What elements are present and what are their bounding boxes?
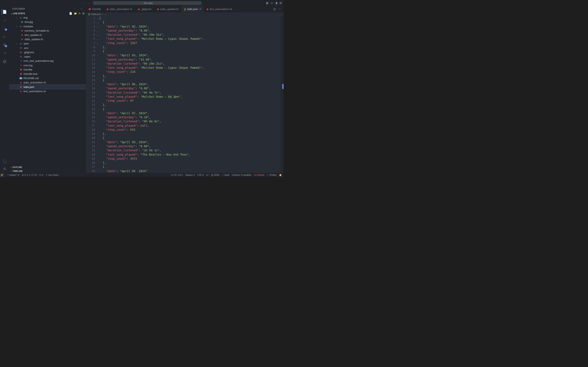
file-stats-json[interactable]: {}stats.json <box>9 85 86 89</box>
breadcrumb-rest: ... <box>104 13 106 16</box>
folder-img[interactable]: ⌄🗀img <box>9 16 86 20</box>
minimap[interactable] <box>281 16 284 173</box>
nav-back-icon[interactable]: ← <box>82 1 85 4</box>
colorize-status[interactable]: ⊘ Colorize <box>254 174 264 176</box>
search-activity-icon[interactable]: ⌕ <box>2 17 8 23</box>
new-folder-icon[interactable]: 📁 <box>74 12 77 15</box>
file-text-jpg[interactable]: ▦text.jpg <box>9 20 86 24</box>
nav-forward-icon[interactable]: → <box>87 1 90 4</box>
search-text: life-stats <box>144 2 153 4</box>
warn-icon: ⚠ <box>26 174 29 176</box>
search-icon: ⌕ <box>142 2 143 4</box>
file-tree: ⌄🗀img ▦text.jpg ⌄🗀modules ◆currency_form… <box>9 16 86 165</box>
tab-text-automations[interactable]: ◆text_automations.rb <box>204 6 235 12</box>
prettier-status[interactable]: ✓ Prettier <box>267 174 277 176</box>
scm-badge: 1 <box>5 29 7 31</box>
problems-item[interactable]: ⊘0 ⚠1 ⓘ70 <box>22 174 36 176</box>
folder-modules[interactable]: ⌄🗀modules <box>9 24 86 29</box>
title-bar: ← → ⌕ life-stats ◧ ▭ ◨ ⊞ <box>0 0 284 6</box>
settings-gear-icon[interactable]: ⚙ <box>2 166 8 172</box>
minimap-viewport[interactable] <box>282 84 284 89</box>
hints-item[interactable]: ⬡0 <box>39 174 43 176</box>
layout-left-icon[interactable]: ◧ <box>266 1 269 4</box>
split-editor-icon[interactable]: ◫ <box>273 8 276 11</box>
tab-stats-json[interactable]: {}stats.json✕ <box>182 6 204 12</box>
file-stats-automation[interactable]: ◆stats_automation.rb <box>9 81 86 85</box>
tab-more-icon[interactable]: ⋯ <box>278 8 281 11</box>
file-rspec[interactable]: ◎.rspec <box>9 54 86 59</box>
timeline-section[interactable]: ›TIMELINE <box>9 169 86 173</box>
live-share[interactable]: ↗Live Share <box>45 174 58 176</box>
share-icon[interactable]: ↗ <box>2 50 8 56</box>
extensions-icon[interactable]: ⊞1 <box>2 42 8 48</box>
file-env[interactable]: ⚙.env <box>9 46 86 50</box>
file-text-automations[interactable]: ◆text_automations.rb <box>9 89 86 93</box>
error-icon: ⊘ <box>22 174 24 176</box>
outline-section[interactable]: ›OUTLINE <box>9 165 86 169</box>
tab-gitignore[interactable]: ◆.gitignore <box>135 6 154 12</box>
chevron-down-icon: ⌄ <box>10 12 13 15</box>
power-icon[interactable]: ⏻ <box>2 58 8 64</box>
indent[interactable]: Spaces: 2 <box>185 174 195 176</box>
code-editor[interactable]: 1234567891011121314151617181920212223242… <box>86 16 284 173</box>
layout-grid-icon[interactable]: ⊞ <box>279 1 282 4</box>
status-bar: ⚡ ⑂master*⟳ ⊘0 ⚠1 ⓘ70 ⬡0 ↗Live Share Ln … <box>0 173 284 177</box>
project-header[interactable]: ⌄ LIFE-STATS 📄 📁 ↻ ⊟ <box>9 12 86 16</box>
file-stats-updater-mod[interactable]: ◆stats_updater.rb <box>9 37 86 42</box>
editor-area: ⬢Gemfile ◆stats_automation.rb ◆.gitignor… <box>86 6 284 173</box>
file-currency-formatter[interactable]: ◆currency_formatter.rb <box>9 29 86 33</box>
refresh-icon[interactable]: ↻ <box>79 12 81 15</box>
code-content[interactable]: [ { "date": "April 02, 2024", "spend_yes… <box>99 16 284 173</box>
tab-stats-automation[interactable]: ◆stats_automation.rb <box>104 6 135 12</box>
file-env-updater[interactable]: ◆env_updater.rb <box>9 33 86 37</box>
branch-icon: ⑂ <box>7 174 9 176</box>
explorer-label: EXPLORER <box>12 8 25 10</box>
activity-bar: 📄 ⌕ ⑂1 ▷ ⊞1 ↗ ⏻ ◯ ⚙ <box>0 6 9 173</box>
file-readme[interactable]: M↓README.md <box>9 76 86 80</box>
accounts-icon[interactable]: ◯ <box>2 158 8 164</box>
breadcrumb[interactable]: {} stats.json › ... <box>86 12 284 16</box>
language-mode[interactable]: {} JSON <box>211 174 219 176</box>
file-gemfile[interactable]: ⬢Gemfile <box>9 67 86 72</box>
eol[interactable]: LF <box>206 174 209 176</box>
sync-icon[interactable]: ⟳ <box>17 174 19 176</box>
source-control-icon[interactable]: ⑂1 <box>2 25 8 31</box>
tab-gemfile[interactable]: ⬢Gemfile <box>86 6 104 12</box>
explorer-icon[interactable]: 📄 <box>2 9 8 15</box>
encoding[interactable]: UTF-8 <box>198 174 204 176</box>
tab-stats-updater[interactable]: ◆stats_updater.rb <box>154 6 182 12</box>
hint-icon: ⬡ <box>39 174 41 176</box>
colorize-vars[interactable]: Colorize: 0 variables <box>232 174 251 176</box>
live-share-icon: ↗ <box>45 174 47 176</box>
command-center-search[interactable]: ⌕ life-stats <box>93 1 201 5</box>
file-cron-log[interactable]: ≡cron.log <box>9 63 86 67</box>
folder-spec[interactable]: ›🗀spec <box>9 42 86 46</box>
sidebar: EXPLORER ⋯ ⌄ LIFE-STATS 📄 📁 ↻ ⊟ ⌄🗀img ▦t… <box>9 6 86 173</box>
remote-icon[interactable]: ⚡ <box>0 173 4 177</box>
file-gitignore[interactable]: ◆.gitignore <box>9 50 86 54</box>
explorer-more-icon[interactable]: ⋯ <box>80 7 83 10</box>
file-cron-text-log[interactable]: ≡cron_text_automations.log <box>9 59 86 63</box>
line-gutter: 1234567891011121314151617181920212223242… <box>86 16 97 173</box>
ext-badge: 1 <box>5 45 7 47</box>
info-icon: ⓘ <box>31 174 34 176</box>
spell-check[interactable]: ✓ Spell <box>222 174 229 176</box>
new-file-icon[interactable]: 📄 <box>69 12 72 15</box>
tab-bar: ⬢Gemfile ◆stats_automation.rb ◆.gitignor… <box>86 6 284 12</box>
sidebar-header: EXPLORER ⋯ <box>9 6 86 12</box>
run-debug-icon[interactable]: ▷ <box>2 34 8 40</box>
close-icon[interactable]: ✕ <box>199 8 201 10</box>
fold-column: ⌄⌄ ⌄ ⌄ ⌄ ⌄ ⌄ <box>97 16 99 173</box>
collapse-icon[interactable]: ⊟ <box>82 12 85 15</box>
branch-item[interactable]: ⑂master*⟳ <box>7 174 19 176</box>
layout-right-icon[interactable]: ◨ <box>275 1 277 4</box>
bell-icon[interactable]: 🔔 <box>279 174 282 176</box>
file-gemfile-lock[interactable]: ⬢Gemfile.lock <box>9 72 86 76</box>
breadcrumb-file: stats.json <box>91 13 101 16</box>
layout-bottom-icon[interactable]: ▭ <box>270 1 273 4</box>
project-name: LIFE-STATS <box>13 12 25 15</box>
cursor-pos[interactable]: Ln 72, Col 2 <box>171 174 183 176</box>
